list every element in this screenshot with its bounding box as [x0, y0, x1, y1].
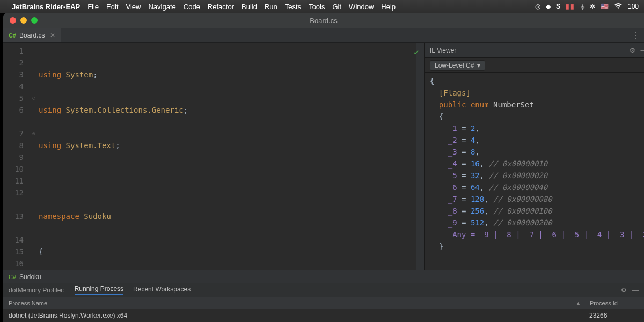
- chevron-down-icon: ▾: [477, 62, 480, 69]
- menu-code[interactable]: Code: [184, 3, 200, 11]
- tab-label: Board.cs: [19, 32, 45, 39]
- menu-tests[interactable]: Tests: [285, 3, 301, 11]
- editor-tabs: C# Board.cs ✕ ⋮: [3, 28, 644, 43]
- sort-asc-icon[interactable]: ▲: [576, 301, 581, 306]
- il-viewer-column: IL Viewer ⚙ — Low-Level C#▾ { [Flags] pu…: [424, 43, 644, 270]
- menu-tools[interactable]: Tools: [309, 3, 325, 11]
- il-mode-bar: Low-Level C#▾: [425, 58, 644, 73]
- csharp-file-icon: C#: [9, 32, 16, 39]
- tray-battery[interactable]: 100: [628, 3, 639, 10]
- process-name-cell: dotnet (JetBrains.Roslyn.Worker.exe) x64: [3, 312, 584, 319]
- fold-gutter: ⊖⊖: [29, 43, 39, 270]
- menu-view[interactable]: View: [126, 3, 141, 11]
- minimize-panel-icon[interactable]: —: [641, 47, 644, 54]
- il-viewer-panel: IL Viewer ⚙ — Low-Level C#▾ { [Flags] pu…: [424, 43, 644, 270]
- tray-s-icon[interactable]: S: [556, 3, 560, 10]
- main-split: ✔ 12345678910111213141516 ⊖⊖ using Syste…: [3, 43, 644, 270]
- csharp-project-icon: C#: [9, 274, 16, 280]
- col-process-id[interactable]: Process Id: [584, 300, 644, 306]
- il-viewer-header: IL Viewer ⚙ —: [425, 43, 644, 58]
- ide-window: Board.cs C# Board.cs ✕ ⋮ ✔ 1234567891011…: [3, 13, 644, 322]
- menu-git[interactable]: Git: [332, 3, 341, 11]
- window-title: Board.cs: [3, 17, 644, 25]
- editor-scrollbar[interactable]: [416, 43, 424, 270]
- menu-build[interactable]: Build: [241, 3, 257, 11]
- menu-file[interactable]: File: [87, 3, 99, 11]
- profiler-label: dotMemory Profiler:: [9, 287, 65, 294]
- il-mode-dropdown[interactable]: Low-Level C#▾: [430, 60, 485, 71]
- profiler-panel: C# Sudoku dotMemory Profiler: Running Pr…: [3, 270, 644, 322]
- tray-pause-icon[interactable]: ▮▮: [566, 3, 575, 10]
- macos-menubar: JetBrains Rider-EAP File Edit View Navig…: [0, 0, 644, 13]
- code-editor[interactable]: ✔ 12345678910111213141516 ⊖⊖ using Syste…: [3, 43, 424, 270]
- menu-refactor[interactable]: Refactor: [208, 3, 234, 11]
- tray-circle-icon[interactable]: ◎: [535, 3, 540, 10]
- tray-diamond-icon[interactable]: ◆: [546, 3, 551, 10]
- close-tab-icon[interactable]: ✕: [50, 32, 55, 39]
- tray-flag-icon[interactable]: 🇺🇸: [601, 3, 609, 10]
- il-viewer-title: IL Viewer: [430, 47, 456, 54]
- tray-display-icon[interactable]: ⏚: [581, 3, 584, 10]
- window-titlebar: Board.cs: [3, 13, 644, 28]
- profiler-columns: Process Name▲ Process Id: [3, 297, 644, 309]
- minimize-panel-icon[interactable]: —: [632, 287, 639, 294]
- menu-navigate[interactable]: Navigate: [148, 3, 175, 11]
- tray-bluetooth-icon[interactable]: ✲: [590, 3, 595, 10]
- gear-icon[interactable]: ⚙: [621, 287, 627, 294]
- tab-recent-workspaces[interactable]: Recent Workspaces: [133, 286, 191, 295]
- editor-tab-actions[interactable]: ⋮: [631, 30, 644, 40]
- profiler-toolbar: dotMemory Profiler: Running Process Rece…: [3, 283, 644, 297]
- gear-icon[interactable]: ⚙: [630, 47, 635, 54]
- menu-run[interactable]: Run: [265, 3, 277, 11]
- il-code-area[interactable]: { [Flags] public enum NumberSet { _1 = 2…: [425, 73, 644, 270]
- process-row[interactable]: dotnet (JetBrains.Roslyn.Worker.exe) x64…: [3, 309, 644, 322]
- app-name[interactable]: JetBrains Rider-EAP: [12, 3, 80, 11]
- profiler-tab[interactable]: C# Sudoku: [3, 270, 644, 283]
- col-process-name[interactable]: Process Name▲: [3, 300, 584, 306]
- menu-help[interactable]: Help: [381, 3, 396, 11]
- menu-edit[interactable]: Edit: [106, 3, 118, 11]
- menubar-tray: ◎ ◆ S ▮▮ ⏚ ✲ 🇺🇸 100: [535, 3, 639, 11]
- inspection-ok-icon[interactable]: ✔: [414, 46, 419, 58]
- process-id-cell: 23266: [584, 312, 644, 319]
- code-area[interactable]: using System; using System.Collections.G…: [39, 43, 416, 270]
- menu-window[interactable]: Window: [349, 3, 374, 11]
- tab-running-process[interactable]: Running Process: [75, 285, 123, 295]
- tab-board-cs[interactable]: C# Board.cs ✕: [3, 28, 61, 42]
- line-number-gutter: 12345678910111213141516: [3, 43, 29, 270]
- tray-wifi-icon[interactable]: [614, 3, 623, 11]
